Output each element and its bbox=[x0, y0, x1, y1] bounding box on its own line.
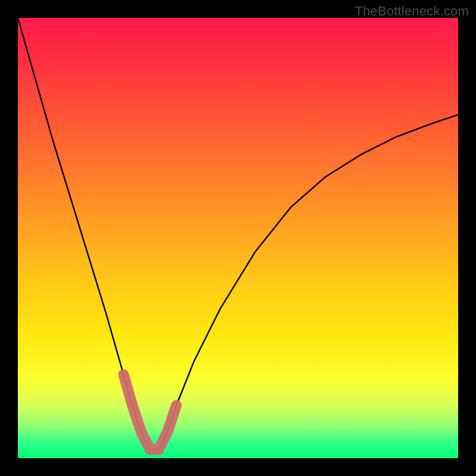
curve-layer bbox=[18, 18, 458, 458]
watermark-text: TheBottleneck.com bbox=[355, 4, 469, 19]
bottleneck-curve bbox=[18, 18, 458, 449]
plot-area bbox=[18, 18, 458, 458]
optimal-region-highlight bbox=[124, 374, 177, 449]
chart-stage: TheBottleneck.com bbox=[0, 0, 476, 476]
